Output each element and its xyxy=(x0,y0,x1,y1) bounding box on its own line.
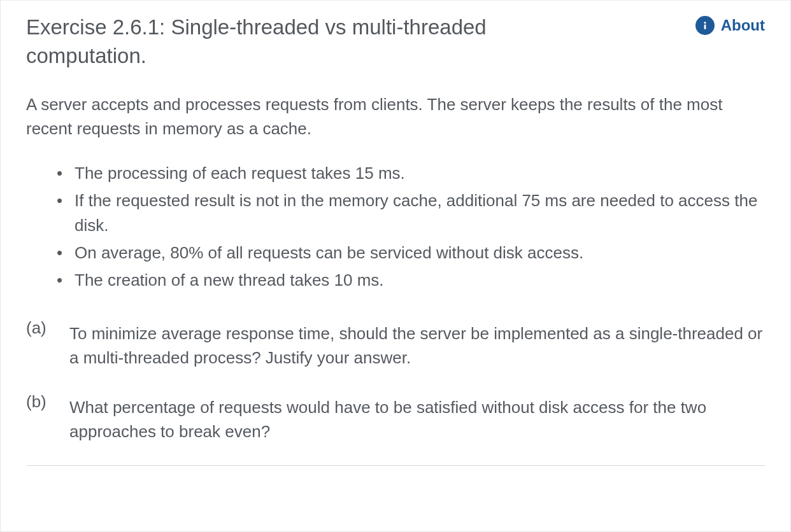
divider xyxy=(26,465,765,466)
bullet-list: The processing of each request takes 15 … xyxy=(26,161,765,293)
part-text: To minimize average response time, shoul… xyxy=(69,318,765,370)
part-label: (b) xyxy=(26,392,69,412)
exercise-card: Exercise 2.6.1: Single-threaded vs multi… xyxy=(0,0,791,532)
svg-point-0 xyxy=(704,22,706,24)
intro-text: A server accepts and processes requests … xyxy=(26,93,765,141)
part-b: (b) What percentage of requests would ha… xyxy=(26,392,765,444)
header-row: Exercise 2.6.1: Single-threaded vs multi… xyxy=(26,13,765,70)
part-text: What percentage of requests would have t… xyxy=(69,392,765,444)
list-item: If the requested result is not in the me… xyxy=(75,188,765,238)
list-item: The creation of a new thread takes 10 ms… xyxy=(75,268,765,293)
exercise-title: Exercise 2.6.1: Single-threaded vs multi… xyxy=(26,13,599,70)
about-link[interactable]: About xyxy=(695,16,765,35)
list-item: The processing of each request takes 15 … xyxy=(75,161,765,186)
exercise-body: A server accepts and processes requests … xyxy=(26,93,765,466)
about-label: About xyxy=(721,17,765,34)
info-icon xyxy=(695,16,715,35)
svg-rect-1 xyxy=(704,25,706,30)
part-label: (a) xyxy=(26,318,69,338)
part-a: (a) To minimize average response time, s… xyxy=(26,318,765,370)
list-item: On average, 80% of all requests can be s… xyxy=(75,241,765,265)
